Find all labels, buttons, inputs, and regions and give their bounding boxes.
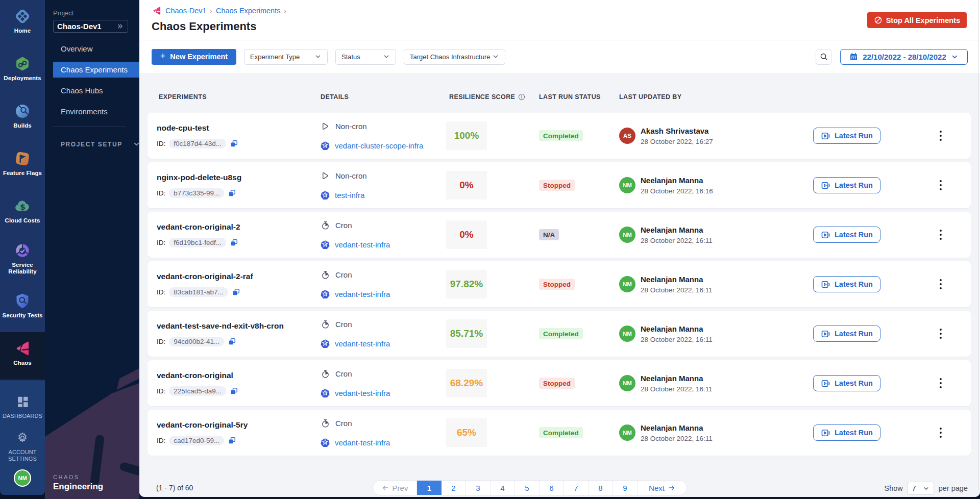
service-reliability-icon: [13, 241, 32, 260]
pagination: Prev123456789Next: [373, 480, 687, 495]
infrastructure-link[interactable]: vedant-cluster-scope-infra: [335, 141, 423, 150]
pagination-page-2[interactable]: 2: [442, 481, 466, 495]
rail-module-cloud-costs[interactable]: Cloud Costs: [0, 190, 45, 237]
col-details: DETAILS: [321, 93, 446, 101]
kebab-menu-icon: [939, 180, 942, 191]
schedule-type: Cron: [335, 419, 352, 428]
rail-module-deployments[interactable]: Deployments: [0, 47, 45, 95]
pagination-page-4[interactable]: 4: [491, 481, 515, 495]
user-avatar[interactable]: NM: [14, 469, 31, 487]
latest-run-button[interactable]: Latest Run: [813, 425, 880, 441]
rail-module-chaos[interactable]: Chaos: [0, 332, 45, 380]
pagination-page-5[interactable]: 5: [515, 481, 540, 495]
experiment-name[interactable]: vedant-cron-original-2-raf: [157, 272, 321, 281]
latest-run-button[interactable]: Latest Run: [813, 128, 880, 144]
filter-status[interactable]: Status: [335, 49, 396, 65]
account-settings-icon: [13, 429, 32, 447]
stop-all-experiments-button[interactable]: Stop All Experiments: [867, 12, 967, 28]
copy-icon[interactable]: [228, 337, 236, 346]
pagination-page-3[interactable]: 3: [466, 481, 491, 495]
row-menu-button[interactable]: [937, 277, 944, 292]
run-icon: [821, 131, 830, 141]
pagination-page-9[interactable]: 9: [613, 481, 638, 495]
updated-date: 28 October 2022, 16:11: [641, 336, 713, 343]
filter-experiment-type[interactable]: Experiment Type: [244, 49, 328, 65]
pagination-page-6[interactable]: 6: [540, 481, 564, 495]
filter-target-infrastructure[interactable]: Target Chaos Infrastructure: [404, 49, 505, 65]
experiment-name[interactable]: nginx-pod-delete-u8sg: [157, 173, 321, 182]
resilience-score: 65%: [446, 418, 487, 447]
row-menu-button[interactable]: [937, 178, 944, 193]
id-label: ID:: [157, 140, 165, 147]
table-row: vedant-test-save-nd-exit-v8h-cron ID: 94…: [148, 311, 971, 357]
row-menu-button[interactable]: [937, 425, 944, 440]
experiment-name[interactable]: vedant-cron-original: [157, 371, 321, 380]
search-button[interactable]: [816, 49, 831, 65]
experiment-name[interactable]: vedant-test-save-nd-exit-v8h-cron: [157, 321, 321, 331]
table-area: EXPERIMENTS DETAILS RESILIENCE SCORE LAS…: [139, 73, 980, 497]
nav-item-chaos-hubs[interactable]: Chaos Hubs: [53, 83, 139, 98]
page-size-select[interactable]: 7: [908, 482, 934, 495]
chaos-module-icon: [152, 6, 162, 16]
project-menu: OverviewChaos ExperimentsChaos HubsEnvir…: [53, 41, 139, 124]
copy-icon[interactable]: [232, 288, 240, 296]
infrastructure-link[interactable]: vedant-test-infra: [335, 240, 390, 249]
row-menu-button[interactable]: [937, 326, 944, 341]
experiment-name[interactable]: vedant-cron-original-2: [157, 222, 321, 232]
info-icon[interactable]: [518, 93, 525, 101]
latest-run-button[interactable]: Latest Run: [813, 227, 880, 243]
infrastructure-link[interactable]: vedant-test-infra: [335, 290, 390, 298]
updated-date: 28 October 2022, 16:11: [641, 385, 713, 393]
table-header: EXPERIMENTS DETAILS RESILIENCE SCORE LAS…: [148, 73, 971, 113]
latest-run-button[interactable]: Latest Run: [813, 326, 880, 342]
copy-icon[interactable]: [230, 139, 238, 148]
pagination-prev[interactable]: Prev: [373, 481, 417, 495]
rail-module-feature-flags[interactable]: Feature Flags: [0, 142, 45, 190]
copy-icon[interactable]: [228, 436, 236, 445]
nav-item-environments[interactable]: Environments: [53, 104, 139, 119]
copy-icon[interactable]: [230, 238, 238, 247]
experiment-name[interactable]: vedant-cron-original-5ry: [157, 420, 321, 430]
infrastructure-link[interactable]: test-infra: [335, 191, 364, 199]
nav-item-chaos-experiments[interactable]: Chaos Experiments: [53, 62, 139, 78]
chevron-down-icon: [383, 53, 390, 60]
latest-run-button[interactable]: Latest Run: [813, 177, 880, 193]
rail-module-security-tests[interactable]: Security Tests: [0, 285, 45, 332]
pagination-next[interactable]: Next: [638, 481, 687, 495]
kubernetes-icon: [321, 240, 330, 249]
row-menu-button[interactable]: [937, 376, 944, 391]
per-page-label: per page: [939, 484, 968, 492]
pagination-page-8[interactable]: 8: [589, 481, 613, 495]
home-icon: [13, 7, 32, 26]
row-menu-button[interactable]: [937, 227, 944, 242]
date-range-picker[interactable]: 22/10/2022 - 28/10/2022: [840, 49, 968, 65]
infrastructure-link[interactable]: vedant-test-infra: [335, 438, 390, 447]
nav-item-overview[interactable]: Overview: [53, 41, 139, 57]
id-label: ID:: [157, 437, 165, 444]
resilience-score: 100%: [446, 121, 487, 150]
latest-run-button[interactable]: Latest Run: [813, 375, 880, 391]
rail-module-home[interactable]: Home: [0, 0, 45, 47]
experiment-name[interactable]: node-cpu-test: [157, 123, 321, 133]
rail-module-account-settings[interactable]: ACCOUNT SETTINGS: [0, 426, 45, 465]
kubernetes-icon: [321, 141, 330, 150]
project-setup-toggle[interactable]: PROJECT SETUP: [61, 140, 139, 148]
latest-run-button[interactable]: Latest Run: [813, 276, 880, 292]
breadcrumb-page[interactable]: Chaos Experiments: [216, 7, 281, 15]
pagination-page-7[interactable]: 7: [564, 481, 589, 495]
copy-icon[interactable]: [230, 387, 238, 395]
rail-module-builds[interactable]: Builds: [0, 95, 45, 142]
rail-module-dashboards[interactable]: DASHBOARDS: [0, 386, 45, 426]
rail-module-service-reliability[interactable]: Service Reliability: [0, 237, 45, 285]
infrastructure-link[interactable]: vedant-test-infra: [335, 339, 390, 348]
pagination-page-1[interactable]: 1: [417, 481, 442, 495]
stopwatch-icon: [321, 270, 330, 280]
project-selector[interactable]: Chaos-Dev1: [53, 20, 128, 33]
updated-by-avatar: AS: [619, 128, 635, 144]
experiment-id-chip: b773c335-99...: [169, 188, 224, 198]
new-experiment-button[interactable]: + New Experiment: [152, 49, 236, 65]
row-menu-button[interactable]: [937, 128, 944, 143]
infrastructure-link[interactable]: vedant-test-infra: [335, 389, 390, 397]
copy-icon[interactable]: [228, 189, 236, 197]
breadcrumb-project[interactable]: Chaos-Dev1: [165, 7, 207, 15]
